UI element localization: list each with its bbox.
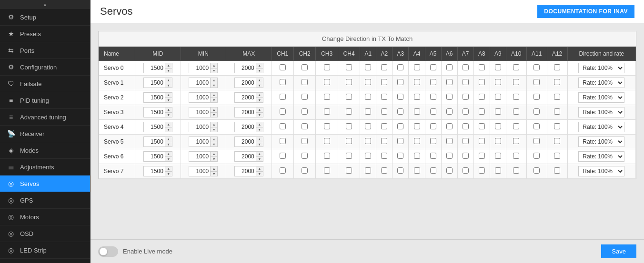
input-min-1[interactable] [189, 78, 210, 87]
servo-1-ch2[interactable] [293, 76, 315, 90]
checkbox-a4-7[interactable] [414, 167, 420, 174]
live-mode-toggle[interactable] [98, 246, 118, 257]
checkbox-a2-6[interactable] [381, 153, 387, 159]
servo-4-a2[interactable] [376, 120, 392, 135]
servo-0-ch4[interactable] [338, 61, 360, 76]
input-min-2[interactable] [189, 93, 210, 102]
servo-2-min[interactable]: ▲ ▼ [181, 90, 226, 105]
checkbox-a5-0[interactable] [430, 64, 436, 70]
servo-2-a1[interactable] [360, 90, 376, 105]
servo-2-a9[interactable] [490, 90, 506, 105]
rate-select-5[interactable]: Rate: 100%Rate: 75%Rate: 50%Rate: 25%Rat… [578, 136, 624, 147]
servo-1-rate[interactable]: Rate: 100%Rate: 75%Rate: 50%Rate: 25%Rat… [567, 76, 635, 90]
input-min-7[interactable] [189, 167, 210, 175]
num-input-mid-0[interactable]: ▲ ▼ [143, 63, 172, 73]
spin-down-min-0[interactable]: ▼ [211, 68, 217, 73]
sidebar-item-sensors[interactable]: ◎Sensors [0, 259, 90, 263]
servo-4-min[interactable]: ▲ ▼ [181, 120, 226, 135]
servo-0-a9[interactable] [490, 61, 506, 76]
servo-5-a7[interactable] [457, 135, 473, 149]
checkbox-a6-0[interactable] [446, 64, 453, 70]
checkbox-a10-0[interactable] [513, 64, 519, 70]
servo-2-ch2[interactable] [293, 90, 315, 105]
checkbox-a5-4[interactable] [430, 123, 436, 129]
checkbox-ch1-3[interactable] [280, 108, 286, 115]
servo-3-a12[interactable] [547, 105, 567, 120]
spin-up-max-5[interactable]: ▲ [256, 137, 263, 142]
num-input-mid-4[interactable]: ▲ ▼ [143, 122, 172, 132]
spin-down-min-5[interactable]: ▼ [211, 142, 217, 146]
doc-button[interactable]: DOCUMENTATION FOR INAV [537, 5, 634, 18]
checkbox-a7-5[interactable] [463, 138, 469, 144]
servo-1-a2[interactable] [376, 76, 392, 90]
checkbox-a3-2[interactable] [397, 94, 403, 100]
checkbox-a3-1[interactable] [397, 79, 403, 85]
servo-6-min[interactable]: ▲ ▼ [181, 149, 226, 164]
sidebar-item-failsafe[interactable]: 🛡Failsafe [0, 76, 90, 92]
spin-up-mid-2[interactable]: ▲ [165, 93, 172, 97]
servo-1-a7[interactable] [457, 76, 473, 90]
servo-4-a4[interactable] [409, 120, 425, 135]
checkbox-ch4-2[interactable] [346, 94, 352, 100]
checkbox-a7-3[interactable] [463, 108, 469, 115]
servo-5-a8[interactable] [473, 135, 490, 149]
servo-4-rate[interactable]: Rate: 100%Rate: 75%Rate: 50%Rate: 25%Rat… [567, 120, 635, 135]
servo-6-a4[interactable] [409, 149, 425, 164]
servo-1-a10[interactable] [506, 76, 526, 90]
servo-1-a5[interactable] [425, 76, 441, 90]
checkbox-ch4-5[interactable] [346, 138, 352, 144]
servo-3-ch2[interactable] [293, 105, 315, 120]
num-input-mid-7[interactable]: ▲ ▼ [143, 166, 172, 176]
checkbox-a1-2[interactable] [365, 94, 371, 100]
num-input-min-4[interactable]: ▲ ▼ [189, 122, 218, 132]
spin-down-min-4[interactable]: ▼ [211, 127, 217, 132]
servo-7-a3[interactable] [392, 164, 409, 179]
checkbox-ch1-4[interactable] [280, 123, 286, 129]
checkbox-ch4-6[interactable] [346, 153, 352, 159]
rate-select-7[interactable]: Rate: 100%Rate: 75%Rate: 50%Rate: 25%Rat… [578, 166, 624, 176]
input-min-6[interactable] [189, 152, 210, 161]
checkbox-a7-7[interactable] [463, 167, 469, 174]
checkbox-a6-4[interactable] [446, 123, 453, 129]
servo-6-a3[interactable] [392, 149, 409, 164]
servo-7-a10[interactable] [506, 164, 526, 179]
servo-0-ch3[interactable] [316, 61, 338, 76]
checkbox-a3-7[interactable] [397, 167, 403, 174]
checkbox-a3-6[interactable] [397, 153, 403, 159]
spin-down-mid-4[interactable]: ▼ [165, 127, 172, 132]
spin-down-min-1[interactable]: ▼ [211, 83, 217, 88]
servo-0-ch1[interactable] [272, 61, 293, 76]
checkbox-a4-6[interactable] [414, 153, 420, 159]
spin-up-max-6[interactable]: ▲ [256, 152, 263, 156]
checkbox-a2-7[interactable] [381, 167, 387, 174]
checkbox-a8-6[interactable] [479, 153, 485, 159]
checkbox-ch3-6[interactable] [324, 153, 330, 159]
servo-5-ch1[interactable] [272, 135, 293, 149]
input-mid-6[interactable] [144, 152, 165, 161]
servo-0-a11[interactable] [526, 61, 547, 76]
checkbox-ch4-4[interactable] [346, 123, 352, 129]
checkbox-a7-6[interactable] [463, 153, 469, 159]
checkbox-a11-0[interactable] [533, 64, 540, 70]
num-input-max-1[interactable]: ▲ ▼ [234, 78, 263, 88]
servo-6-rate[interactable]: Rate: 100%Rate: 75%Rate: 50%Rate: 25%Rat… [567, 149, 635, 164]
servo-7-a11[interactable] [526, 164, 547, 179]
servo-3-a1[interactable] [360, 105, 376, 120]
servo-4-a9[interactable] [490, 120, 506, 135]
checkbox-a10-3[interactable] [513, 108, 519, 115]
checkbox-a11-3[interactable] [533, 108, 540, 115]
servo-5-max[interactable]: ▲ ▼ [226, 135, 272, 149]
servo-3-mid[interactable]: ▲ ▼ [135, 105, 181, 120]
servo-5-a5[interactable] [425, 135, 441, 149]
servo-7-ch4[interactable] [338, 164, 360, 179]
servo-6-a5[interactable] [425, 149, 441, 164]
checkbox-a8-3[interactable] [479, 108, 485, 115]
servo-4-a12[interactable] [547, 120, 567, 135]
sidebar-item-led-strip[interactable]: ◎LED Strip [0, 242, 90, 259]
servo-1-a9[interactable] [490, 76, 506, 90]
servo-3-a3[interactable] [392, 105, 409, 120]
checkbox-a12-7[interactable] [554, 167, 560, 174]
checkbox-a6-7[interactable] [446, 167, 453, 174]
servo-0-ch2[interactable] [293, 61, 315, 76]
checkbox-a9-3[interactable] [495, 108, 501, 115]
